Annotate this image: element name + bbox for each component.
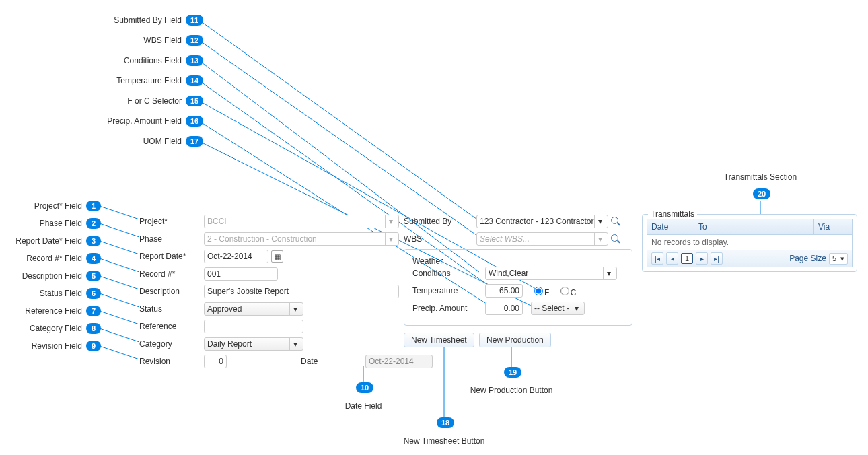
callout-label-8: Category Field [1,324,82,333]
callout-badge-9: 9 [86,341,101,351]
wbs-field[interactable]: Select WBS... ▾ [476,232,608,246]
unit-c-radio[interactable]: C [557,288,577,298]
date-label: Date [301,357,365,366]
reference-label: Reference [139,322,204,331]
callout-label-20: Transmittals Section [713,172,807,182]
chevron-down-icon: ▾ [840,254,844,263]
prev-page-button[interactable]: ◂ [666,252,678,265]
callout-badge-3: 3 [86,236,101,246]
temperature-unit-selector: F C [531,285,581,298]
svg-line-8 [100,346,139,359]
callout-badge-11: 11 [186,15,203,26]
category-value: Daily Report [207,339,252,349]
unit-f-label: F [544,288,549,298]
reference-field[interactable] [204,320,303,333]
callout-badge-12: 12 [186,35,203,46]
chevron-down-icon: ▾ [594,233,605,245]
phase-field[interactable]: 2 - Construction - Construction ▾ [204,232,399,246]
callout-label-1: Project* Field [1,201,82,211]
calendar-icon[interactable]: ▦ [271,250,283,262]
callout-label-3: Report Date* Field [1,236,82,246]
category-field[interactable]: Daily Report ▾ [204,337,303,351]
chevron-down-icon: ▾ [571,302,581,314]
weather-section: Weather Conditions Wind,Clear ▾ Temperat… [404,249,632,326]
status-label: Status [139,304,204,314]
search-icon[interactable] [611,234,620,244]
page-size-select[interactable]: 5 ▾ [829,253,848,265]
chevron-down-icon: ▾ [289,338,300,350]
precip-amount-field[interactable] [485,302,523,315]
uom-field[interactable]: -- Select - ▾ [531,302,585,315]
callout-badge-17: 17 [186,136,203,147]
report-date-label: Report Date* [139,252,204,261]
callout-label-5: Description Field [1,271,82,281]
transmittals-legend: Transmittals [648,209,697,219]
form-right-column: Submitted By 123 Contractor - 123 Contra… [404,214,632,347]
weather-legend: Weather [412,256,443,266]
unit-f-radio[interactable]: F [531,288,549,298]
temperature-field[interactable] [485,284,523,298]
category-label: Category [139,339,204,349]
phase-value: 2 - Construction - Construction [207,234,317,244]
callout-label-11: Submitted By Field [74,15,182,25]
temperature-label: Temperature [412,286,485,295]
col-to[interactable]: To [694,219,814,234]
col-date[interactable]: Date [647,219,694,234]
project-value: BCCI [207,217,227,226]
callout-badge-20: 20 [753,188,770,199]
page-size-value: 5 [832,254,836,262]
svg-line-2 [100,241,139,254]
submitted-by-field[interactable]: 123 Contractor - 123 Contractor ▾ [476,215,608,228]
last-page-button[interactable]: ▸| [711,252,723,265]
callout-badge-10: 10 [356,382,373,393]
chevron-down-icon: ▾ [594,215,605,228]
callout-badge-16: 16 [186,116,203,127]
description-field[interactable] [204,285,399,298]
callout-badge-15: 15 [186,96,203,106]
record-num-label: Record #* [139,269,204,279]
svg-line-6 [100,311,139,324]
callout-badge-14: 14 [186,75,203,86]
new-production-button[interactable]: New Production [479,332,551,347]
svg-line-9 [199,20,479,221]
svg-line-4 [100,276,139,289]
callout-badge-13: 13 [186,55,203,66]
revision-field[interactable] [204,355,227,368]
transmittals-empty: No records to display. [647,235,852,250]
first-page-button[interactable]: |◂ [651,252,663,265]
callout-badge-6: 6 [86,288,101,299]
report-date-field[interactable] [204,250,268,263]
callout-label-10: Date Field [336,401,390,411]
col-via[interactable]: Via [814,219,852,234]
revision-label: Revision [139,357,204,366]
callout-label-12: WBS Field [74,36,182,45]
transmittals-section: Transmittals Date To Via No records to d… [642,214,857,272]
date-field [365,355,433,368]
callout-badge-2: 2 [86,218,101,229]
callout-label-7: Reference Field [1,306,82,316]
conditions-field[interactable]: Wind,Clear ▾ [485,267,617,280]
status-field[interactable]: Approved ▾ [204,302,303,316]
record-num-field[interactable] [204,267,278,281]
svg-line-3 [100,258,139,272]
status-value: Approved [207,304,242,314]
callout-label-18: New Timesheet Button [397,436,491,446]
conditions-value: Wind,Clear [489,269,528,278]
callout-label-15: F or C Selector [74,96,182,106]
callout-label-13: Conditions Field [74,56,182,65]
callout-badge-1: 1 [86,201,101,211]
chevron-down-icon: ▾ [385,233,396,245]
precip-label: Precip. Amount [412,304,485,313]
wbs-label: WBS [404,234,476,244]
project-field[interactable]: BCCI ▾ [204,215,399,228]
callout-label-14: Temperature Field [74,76,182,85]
svg-line-1 [100,223,139,237]
next-page-button[interactable]: ▸ [696,252,708,265]
callout-label-2: Phase Field [1,219,82,228]
callout-badge-18: 18 [437,417,454,428]
new-timesheet-button[interactable]: New Timesheet [404,332,474,347]
phase-label: Phase [139,234,204,244]
callout-label-4: Record #* Field [1,254,82,263]
search-icon[interactable] [611,217,620,226]
conditions-label: Conditions [412,269,485,278]
